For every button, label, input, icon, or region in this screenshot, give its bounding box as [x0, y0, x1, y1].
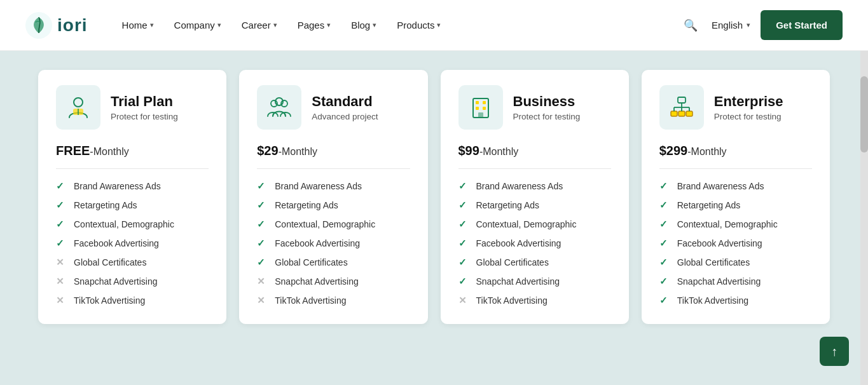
plan-header: Enterprise Protect for testing [659, 85, 812, 130]
check-icon: ✓ [659, 238, 671, 249]
x-icon: ✕ [56, 276, 67, 287]
svg-rect-15 [679, 111, 685, 116]
logo-text: iori [57, 15, 88, 36]
x-icon: ✕ [257, 295, 268, 306]
feature-item: ✓ Retargeting Ads [659, 199, 812, 211]
header: iori Home ▾ Company ▾ Career ▾ Pages ▾ B… [0, 0, 868, 51]
x-icon: ✕ [56, 257, 67, 268]
check-icon: ✓ [458, 219, 470, 230]
logo[interactable]: iori [25, 12, 88, 39]
plan-title: Standard [312, 93, 378, 110]
svg-rect-8 [476, 101, 479, 104]
feature-item: ✓ Snapchat Advertising [659, 276, 812, 287]
x-icon: ✕ [257, 276, 268, 287]
feature-item: ✓ TikTok Advertising [659, 295, 812, 306]
plan-card-enterprise: Enterprise Protect for testing $299-Mont… [642, 70, 830, 324]
feature-item: ✓ Contextual, Demographic [458, 219, 611, 230]
plan-icon [458, 85, 503, 130]
feature-list: ✓ Brand Awareness Ads ✓ Retargeting Ads … [458, 180, 611, 306]
logo-icon [25, 12, 52, 39]
chevron-down-icon: ▾ [150, 21, 154, 29]
svg-rect-12 [478, 112, 483, 118]
chevron-down-icon: ▾ [747, 21, 750, 29]
check-icon: ✓ [257, 257, 268, 268]
plan-title: Trial Plan [111, 93, 178, 110]
plan-header: Business Protect for testing [458, 85, 611, 130]
plan-divider [659, 168, 812, 169]
check-icon: ✓ [257, 238, 268, 249]
plans-grid: Trial Plan Protect for testing FREE-Mont… [38, 70, 830, 324]
plan-title: Enterprise [714, 93, 783, 110]
plan-divider [458, 168, 611, 169]
chevron-down-icon: ▾ [437, 21, 441, 29]
pricing-section: Trial Plan Protect for testing FREE-Mont… [0, 51, 868, 385]
plan-price-amount: $99 [458, 144, 479, 158]
check-icon: ✓ [659, 257, 671, 268]
feature-item: ✓ Facebook Advertising [257, 238, 410, 249]
feature-item: ✕ TikTok Advertising [458, 295, 611, 306]
svg-rect-10 [476, 107, 479, 110]
plan-subtitle: Protect for testing [111, 112, 178, 121]
feature-item: ✕ Global Certificates [56, 257, 209, 268]
check-icon: ✓ [659, 219, 671, 230]
scrollbar-thumb[interactable] [860, 76, 868, 152]
nav-career[interactable]: Career ▾ [233, 15, 286, 36]
feature-item: ✓ Global Certificates [659, 257, 812, 268]
svg-rect-9 [483, 101, 486, 104]
feature-item: ✓ Brand Awareness Ads [659, 180, 812, 192]
feature-item: ✕ Snapchat Advertising [257, 276, 410, 287]
nav-pages[interactable]: Pages ▾ [289, 15, 340, 36]
nav-blog[interactable]: Blog ▾ [342, 15, 385, 36]
feature-item: ✓ Global Certificates [458, 257, 611, 268]
plan-price-amount: $299 [659, 144, 688, 158]
nav-company[interactable]: Company ▾ [165, 15, 230, 36]
scrollbar[interactable] [860, 0, 868, 385]
check-icon: ✓ [659, 199, 671, 211]
feature-item: ✓ Facebook Advertising [56, 238, 209, 249]
check-icon: ✓ [458, 199, 470, 211]
plan-title: Business [513, 93, 581, 110]
check-icon: ✓ [458, 257, 470, 268]
plan-icon [257, 85, 301, 130]
feature-item: ✓ Snapchat Advertising [458, 276, 611, 287]
plan-header: Standard Advanced project [257, 85, 410, 130]
check-icon: ✓ [56, 238, 67, 249]
back-to-top-button[interactable]: ↑ [820, 337, 849, 366]
check-icon: ✓ [659, 295, 671, 306]
check-icon: ✓ [458, 238, 470, 249]
get-started-button[interactable]: Get Started [761, 10, 843, 41]
chevron-down-icon: ▾ [373, 21, 376, 29]
plan-icon [56, 85, 100, 130]
chevron-down-icon: ▾ [217, 21, 221, 29]
feature-item: ✓ Facebook Advertising [659, 238, 812, 249]
plan-price-amount: $29 [257, 144, 278, 158]
nav-products[interactable]: Products ▾ [388, 15, 450, 36]
x-icon: ✕ [458, 295, 470, 306]
check-icon: ✓ [659, 276, 671, 287]
search-icon[interactable]: 🔍 [680, 15, 701, 36]
language-selector[interactable]: English ▾ [712, 20, 750, 30]
feature-item: ✓ Retargeting Ads [458, 199, 611, 211]
nav-home[interactable]: Home ▾ [113, 15, 163, 36]
plan-divider [257, 168, 410, 169]
feature-item: ✕ TikTok Advertising [257, 295, 410, 306]
chevron-down-icon: ▾ [327, 21, 331, 29]
feature-item: ✓ Brand Awareness Ads [257, 180, 410, 192]
plan-card-trial: Trial Plan Protect for testing FREE-Mont… [38, 70, 226, 324]
check-icon: ✓ [56, 219, 67, 230]
check-icon: ✓ [458, 276, 470, 287]
feature-item: ✕ TikTok Advertising [56, 295, 209, 306]
feature-item: ✓ Global Certificates [257, 257, 410, 268]
check-icon: ✓ [257, 199, 268, 211]
x-icon: ✕ [56, 295, 67, 306]
check-icon: ✓ [257, 219, 268, 230]
svg-rect-11 [483, 107, 486, 110]
plan-divider [56, 168, 209, 169]
feature-item: ✓ Contextual, Demographic [257, 219, 410, 230]
feature-item: ✓ Brand Awareness Ads [458, 180, 611, 192]
check-icon: ✓ [56, 180, 67, 192]
svg-point-1 [74, 98, 83, 107]
plan-price: $99-Monthly [458, 144, 611, 158]
chevron-down-icon: ▾ [273, 21, 277, 29]
plan-card-business: Business Protect for testing $99-Monthly… [441, 70, 629, 324]
